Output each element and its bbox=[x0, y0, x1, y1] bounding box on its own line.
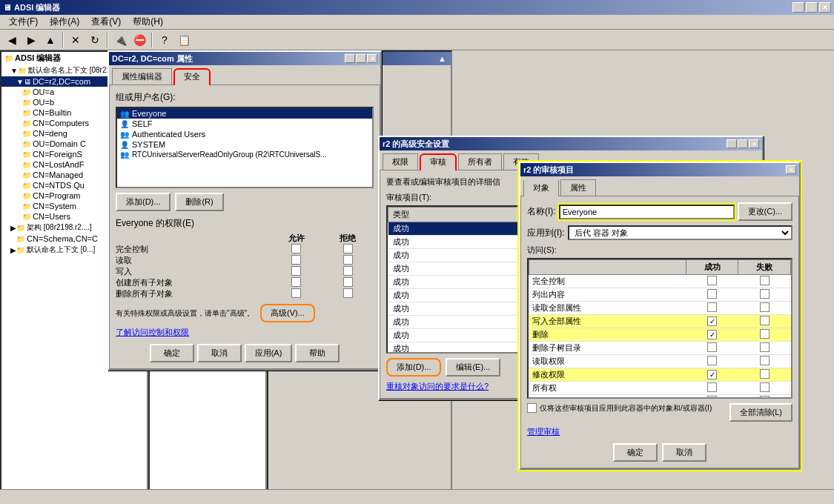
audit-add-btn[interactable]: 添加(D)... bbox=[386, 358, 441, 377]
access-fail-check[interactable] bbox=[760, 289, 770, 299]
extra-btn[interactable]: 📋 bbox=[175, 32, 193, 48]
access-success-check[interactable] bbox=[707, 370, 717, 379]
user-item-everyone[interactable]: 👥 Everyone bbox=[117, 108, 372, 119]
props-controls: _ □ ✕ bbox=[345, 54, 377, 63]
user-item-authenticated[interactable]: 👥 Authenticated Users bbox=[117, 129, 372, 139]
menu-help[interactable]: 帮助(H) bbox=[127, 14, 169, 30]
perm-delete-allow[interactable] bbox=[291, 288, 301, 298]
help-toolbar-btn[interactable]: ? bbox=[156, 32, 173, 48]
maximize-btn[interactable]: □ bbox=[806, 2, 818, 13]
audit-item-dialog: r2 的审核项目 ✕ 对象 属性 名称(I): 更改(C). bbox=[519, 162, 801, 470]
audit-maximize-btn[interactable]: □ bbox=[738, 139, 748, 148]
name-label: 名称(I): bbox=[527, 205, 556, 218]
access-success-check[interactable] bbox=[707, 356, 717, 365]
props-titlebar: DC=r2, DC=com 属性 _ □ ✕ bbox=[109, 52, 380, 65]
perm-delete-deny[interactable] bbox=[343, 288, 353, 298]
refresh-btn[interactable]: ↻ bbox=[86, 32, 104, 48]
audit-learn-link[interactable]: 重核对象访问的要求是什么? bbox=[386, 382, 489, 391]
perm-col-name bbox=[116, 233, 271, 244]
user-item-rtc[interactable]: 👥 RTCUniversalServerReadOnlyGroup (R2\RT… bbox=[117, 150, 372, 159]
perm-read-allow[interactable] bbox=[291, 255, 301, 265]
access-row: 修改权限 bbox=[529, 368, 791, 382]
props-minimize-btn[interactable]: _ bbox=[345, 54, 355, 63]
tab-object[interactable]: 对象 bbox=[523, 179, 559, 196]
access-success-check[interactable] bbox=[707, 302, 717, 312]
stop-btn[interactable]: ✕ bbox=[67, 32, 85, 48]
back-btn[interactable]: ◀ bbox=[3, 32, 21, 48]
access-fail-check[interactable] bbox=[760, 276, 770, 285]
perm-write-deny[interactable] bbox=[343, 266, 353, 276]
access-fail-check[interactable] bbox=[760, 342, 770, 352]
access-success-check[interactable] bbox=[707, 382, 717, 392]
access-list[interactable]: 成功 失败 完全控制 列出内容 读取全部属性 写入全部属性 bbox=[527, 258, 792, 399]
tab-audit[interactable]: 审核 bbox=[420, 153, 457, 170]
advanced-btn[interactable]: 高级(V)... bbox=[260, 304, 315, 322]
props-apply-btn[interactable]: 应用(A) bbox=[245, 344, 293, 362]
access-success-check[interactable] bbox=[707, 289, 717, 299]
access-fail-check[interactable] bbox=[760, 382, 770, 392]
apply-select[interactable]: 后代 容器 对象 bbox=[568, 225, 792, 240]
menu-ops[interactable]: 操作(A) bbox=[44, 14, 85, 30]
access-row: 写入全部属性 bbox=[529, 315, 791, 328]
add-user-btn[interactable]: 添加(D)... bbox=[116, 193, 171, 211]
perms-table: 允许 拒绝 完全控制 读取 bbox=[116, 233, 374, 299]
access-success-check[interactable] bbox=[707, 316, 717, 326]
perm-row-delete-children: 删除所有子对象 bbox=[116, 288, 374, 299]
perm-write-allow[interactable] bbox=[291, 266, 301, 276]
tab-attr[interactable]: 属性 bbox=[560, 179, 596, 196]
perm-create-deny[interactable] bbox=[343, 277, 353, 287]
access-fail-check[interactable] bbox=[760, 396, 770, 399]
access-fail-check[interactable] bbox=[760, 369, 770, 379]
apply-checkbox[interactable] bbox=[527, 403, 537, 413]
access-success-check[interactable] bbox=[707, 396, 717, 399]
audit-edit-btn[interactable]: 编辑(E)... bbox=[446, 358, 500, 377]
audit-item-close-btn[interactable]: ✕ bbox=[786, 165, 796, 174]
tab-owner[interactable]: 所有者 bbox=[458, 153, 502, 170]
connect-btn[interactable]: 🔌 bbox=[111, 32, 129, 48]
props-ok-btn[interactable]: 确定 bbox=[150, 344, 194, 362]
user-item-system[interactable]: 👤 SYSTEM bbox=[117, 139, 372, 150]
apply-row: 应用到(I): 后代 容器 对象 bbox=[527, 225, 792, 240]
change-name-btn[interactable]: 更改(C)... bbox=[738, 202, 792, 221]
tab-attr-editor[interactable]: 属性编辑器 bbox=[112, 68, 172, 84]
remove-user-btn[interactable]: 删除(R) bbox=[175, 193, 223, 211]
props-cancel-btn[interactable]: 取消 bbox=[197, 344, 242, 362]
props-close-btn[interactable]: ✕ bbox=[367, 54, 377, 63]
menu-file[interactable]: 文件(F) bbox=[3, 14, 44, 30]
disconnect-btn[interactable]: ⛔ bbox=[130, 32, 148, 48]
access-success-check[interactable] bbox=[707, 342, 717, 352]
props-content: 组或用户名(G): 👥 Everyone 👤 SELF 👥 Authentica… bbox=[109, 84, 380, 369]
up-btn[interactable]: ▲ bbox=[42, 32, 59, 48]
manage-link[interactable]: 管理审核 bbox=[527, 427, 560, 436]
perm-fullcontrol-deny[interactable] bbox=[343, 244, 353, 253]
audit-item-ok-btn[interactable]: 确定 bbox=[613, 443, 658, 462]
access-success-check[interactable] bbox=[707, 276, 717, 285]
access-label: 访问(S): bbox=[527, 245, 792, 256]
menu-view[interactable]: 查看(V) bbox=[85, 14, 127, 30]
access-fail-check[interactable] bbox=[760, 316, 770, 325]
close-btn[interactable]: ✕ bbox=[819, 2, 831, 13]
advanced-section: 有关特殊权限或高级设置，请单击"高级"。 高级(V)... bbox=[116, 304, 374, 322]
perm-fullcontrol-allow[interactable] bbox=[291, 244, 301, 253]
access-fail-check[interactable] bbox=[760, 356, 770, 365]
user-listbox[interactable]: 👥 Everyone 👤 SELF 👥 Authenticated Users … bbox=[116, 107, 374, 188]
minimize-btn[interactable]: _ bbox=[792, 2, 804, 13]
name-input[interactable] bbox=[559, 205, 735, 219]
perm-read-deny[interactable] bbox=[343, 255, 353, 265]
tab-security[interactable]: 安全 bbox=[173, 68, 211, 85]
audit-item-cancel-btn[interactable]: 取消 bbox=[662, 443, 706, 462]
clear-all-btn[interactable]: 全部清除(L) bbox=[729, 403, 792, 422]
audit-minimize-btn[interactable]: _ bbox=[727, 139, 737, 148]
props-help-btn[interactable]: 帮助 bbox=[295, 344, 340, 362]
access-fail-check[interactable] bbox=[760, 302, 770, 312]
audit-close-btn[interactable]: ✕ bbox=[749, 139, 759, 148]
tab-perms[interactable]: 权限 bbox=[383, 153, 418, 170]
forward-btn[interactable]: ▶ bbox=[22, 32, 40, 48]
access-row: 读取全部属性 bbox=[529, 302, 791, 315]
access-success-check[interactable] bbox=[707, 330, 717, 339]
perm-create-allow[interactable] bbox=[291, 277, 301, 287]
user-item-self[interactable]: 👤 SELF bbox=[117, 119, 372, 129]
learn-link[interactable]: 了解访问控制和权限 bbox=[116, 328, 189, 336]
access-fail-check[interactable] bbox=[760, 329, 770, 339]
props-maximize-btn[interactable]: □ bbox=[356, 54, 366, 63]
